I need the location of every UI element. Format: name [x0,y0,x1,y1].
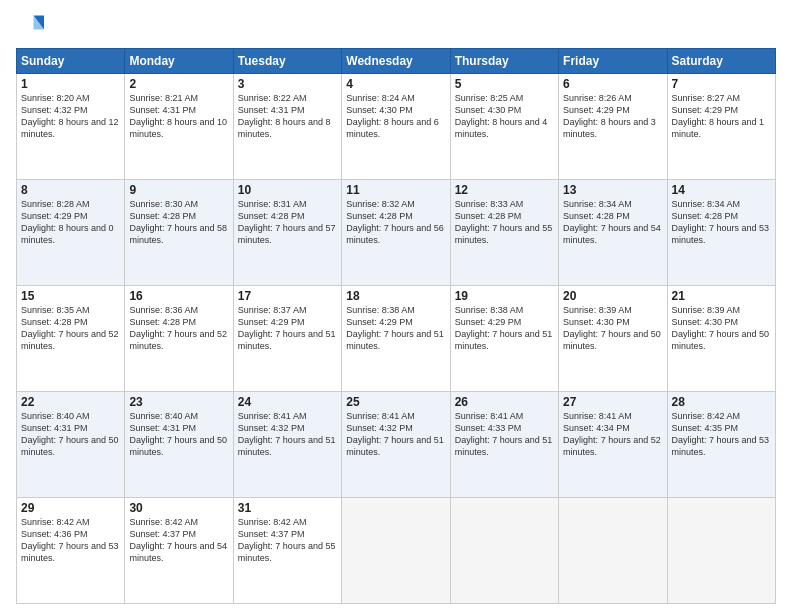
day-number: 19 [455,289,554,303]
calendar-header-sunday: Sunday [17,49,125,74]
day-number: 1 [21,77,120,91]
day-number: 12 [455,183,554,197]
calendar-cell: 7 Sunrise: 8:27 AMSunset: 4:29 PMDayligh… [667,74,775,180]
calendar-cell: 8 Sunrise: 8:28 AMSunset: 4:29 PMDayligh… [17,180,125,286]
cell-info: Sunrise: 8:25 AMSunset: 4:30 PMDaylight:… [455,93,548,139]
cell-info: Sunrise: 8:30 AMSunset: 4:28 PMDaylight:… [129,199,227,245]
calendar-cell: 15 Sunrise: 8:35 AMSunset: 4:28 PMDaylig… [17,286,125,392]
calendar-cell: 5 Sunrise: 8:25 AMSunset: 4:30 PMDayligh… [450,74,558,180]
cell-info: Sunrise: 8:37 AMSunset: 4:29 PMDaylight:… [238,305,336,351]
day-number: 30 [129,501,228,515]
cell-info: Sunrise: 8:41 AMSunset: 4:34 PMDaylight:… [563,411,661,457]
day-number: 20 [563,289,662,303]
calendar-header-tuesday: Tuesday [233,49,341,74]
cell-info: Sunrise: 8:36 AMSunset: 4:28 PMDaylight:… [129,305,227,351]
day-number: 3 [238,77,337,91]
calendar-cell: 27 Sunrise: 8:41 AMSunset: 4:34 PMDaylig… [559,392,667,498]
calendar-week-5: 29 Sunrise: 8:42 AMSunset: 4:36 PMDaylig… [17,498,776,604]
calendar-cell: 20 Sunrise: 8:39 AMSunset: 4:30 PMDaylig… [559,286,667,392]
calendar-cell: 26 Sunrise: 8:41 AMSunset: 4:33 PMDaylig… [450,392,558,498]
day-number: 4 [346,77,445,91]
cell-info: Sunrise: 8:34 AMSunset: 4:28 PMDaylight:… [563,199,661,245]
day-number: 26 [455,395,554,409]
calendar-cell: 11 Sunrise: 8:32 AMSunset: 4:28 PMDaylig… [342,180,450,286]
logo [16,12,48,40]
day-number: 7 [672,77,771,91]
cell-info: Sunrise: 8:42 AMSunset: 4:37 PMDaylight:… [129,517,227,563]
calendar-cell: 16 Sunrise: 8:36 AMSunset: 4:28 PMDaylig… [125,286,233,392]
cell-info: Sunrise: 8:40 AMSunset: 4:31 PMDaylight:… [129,411,227,457]
calendar-table: SundayMondayTuesdayWednesdayThursdayFrid… [16,48,776,604]
day-number: 15 [21,289,120,303]
cell-info: Sunrise: 8:40 AMSunset: 4:31 PMDaylight:… [21,411,119,457]
calendar-cell [667,498,775,604]
day-number: 27 [563,395,662,409]
cell-info: Sunrise: 8:39 AMSunset: 4:30 PMDaylight:… [672,305,770,351]
calendar-cell: 10 Sunrise: 8:31 AMSunset: 4:28 PMDaylig… [233,180,341,286]
day-number: 11 [346,183,445,197]
header [16,12,776,40]
calendar-cell: 1 Sunrise: 8:20 AMSunset: 4:32 PMDayligh… [17,74,125,180]
calendar-header-row: SundayMondayTuesdayWednesdayThursdayFrid… [17,49,776,74]
calendar-header-saturday: Saturday [667,49,775,74]
cell-info: Sunrise: 8:41 AMSunset: 4:32 PMDaylight:… [238,411,336,457]
calendar-week-2: 8 Sunrise: 8:28 AMSunset: 4:29 PMDayligh… [17,180,776,286]
day-number: 6 [563,77,662,91]
calendar-cell: 6 Sunrise: 8:26 AMSunset: 4:29 PMDayligh… [559,74,667,180]
day-number: 2 [129,77,228,91]
day-number: 8 [21,183,120,197]
logo-icon [16,12,44,40]
calendar-week-3: 15 Sunrise: 8:35 AMSunset: 4:28 PMDaylig… [17,286,776,392]
cell-info: Sunrise: 8:32 AMSunset: 4:28 PMDaylight:… [346,199,444,245]
calendar-cell: 28 Sunrise: 8:42 AMSunset: 4:35 PMDaylig… [667,392,775,498]
calendar-cell: 24 Sunrise: 8:41 AMSunset: 4:32 PMDaylig… [233,392,341,498]
day-number: 13 [563,183,662,197]
calendar-cell: 22 Sunrise: 8:40 AMSunset: 4:31 PMDaylig… [17,392,125,498]
day-number: 17 [238,289,337,303]
page: SundayMondayTuesdayWednesdayThursdayFrid… [0,0,792,612]
cell-info: Sunrise: 8:38 AMSunset: 4:29 PMDaylight:… [346,305,444,351]
day-number: 29 [21,501,120,515]
calendar-cell: 31 Sunrise: 8:42 AMSunset: 4:37 PMDaylig… [233,498,341,604]
calendar-cell: 30 Sunrise: 8:42 AMSunset: 4:37 PMDaylig… [125,498,233,604]
cell-info: Sunrise: 8:38 AMSunset: 4:29 PMDaylight:… [455,305,553,351]
calendar-cell: 4 Sunrise: 8:24 AMSunset: 4:30 PMDayligh… [342,74,450,180]
calendar-header-monday: Monday [125,49,233,74]
cell-info: Sunrise: 8:34 AMSunset: 4:28 PMDaylight:… [672,199,770,245]
cell-info: Sunrise: 8:20 AMSunset: 4:32 PMDaylight:… [21,93,119,139]
cell-info: Sunrise: 8:41 AMSunset: 4:33 PMDaylight:… [455,411,553,457]
calendar-cell: 14 Sunrise: 8:34 AMSunset: 4:28 PMDaylig… [667,180,775,286]
calendar-cell: 21 Sunrise: 8:39 AMSunset: 4:30 PMDaylig… [667,286,775,392]
day-number: 10 [238,183,337,197]
calendar-cell: 12 Sunrise: 8:33 AMSunset: 4:28 PMDaylig… [450,180,558,286]
cell-info: Sunrise: 8:42 AMSunset: 4:35 PMDaylight:… [672,411,770,457]
calendar-cell: 2 Sunrise: 8:21 AMSunset: 4:31 PMDayligh… [125,74,233,180]
calendar-cell: 23 Sunrise: 8:40 AMSunset: 4:31 PMDaylig… [125,392,233,498]
day-number: 25 [346,395,445,409]
calendar-cell: 3 Sunrise: 8:22 AMSunset: 4:31 PMDayligh… [233,74,341,180]
cell-info: Sunrise: 8:35 AMSunset: 4:28 PMDaylight:… [21,305,119,351]
cell-info: Sunrise: 8:31 AMSunset: 4:28 PMDaylight:… [238,199,336,245]
calendar-cell: 17 Sunrise: 8:37 AMSunset: 4:29 PMDaylig… [233,286,341,392]
day-number: 18 [346,289,445,303]
day-number: 23 [129,395,228,409]
cell-info: Sunrise: 8:42 AMSunset: 4:37 PMDaylight:… [238,517,336,563]
day-number: 5 [455,77,554,91]
day-number: 28 [672,395,771,409]
calendar-cell [342,498,450,604]
cell-info: Sunrise: 8:22 AMSunset: 4:31 PMDaylight:… [238,93,331,139]
day-number: 14 [672,183,771,197]
calendar-cell: 9 Sunrise: 8:30 AMSunset: 4:28 PMDayligh… [125,180,233,286]
calendar-header-wednesday: Wednesday [342,49,450,74]
cell-info: Sunrise: 8:42 AMSunset: 4:36 PMDaylight:… [21,517,119,563]
calendar-cell: 18 Sunrise: 8:38 AMSunset: 4:29 PMDaylig… [342,286,450,392]
calendar-cell: 13 Sunrise: 8:34 AMSunset: 4:28 PMDaylig… [559,180,667,286]
day-number: 21 [672,289,771,303]
day-number: 16 [129,289,228,303]
cell-info: Sunrise: 8:39 AMSunset: 4:30 PMDaylight:… [563,305,661,351]
calendar-cell [559,498,667,604]
calendar-header-friday: Friday [559,49,667,74]
calendar-week-1: 1 Sunrise: 8:20 AMSunset: 4:32 PMDayligh… [17,74,776,180]
day-number: 24 [238,395,337,409]
cell-info: Sunrise: 8:41 AMSunset: 4:32 PMDaylight:… [346,411,444,457]
